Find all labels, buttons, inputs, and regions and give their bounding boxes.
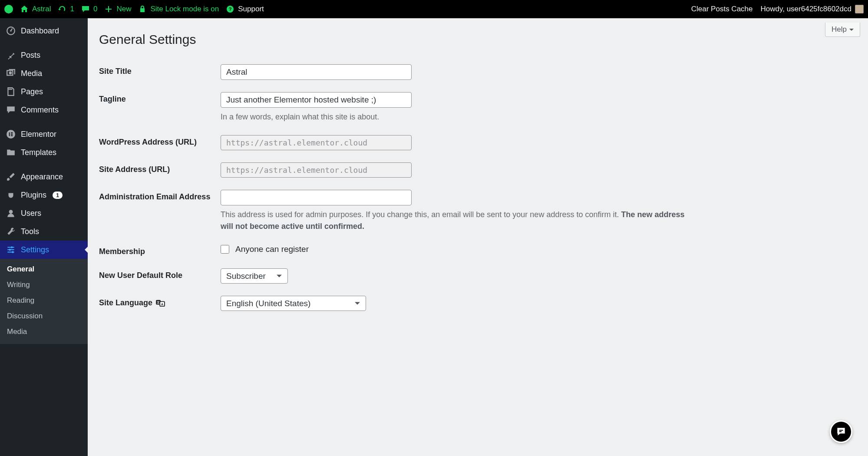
svg-rect-7 <box>9 132 10 136</box>
submenu-item-reading[interactable]: Reading <box>0 293 88 308</box>
comment-icon <box>81 5 90 13</box>
comments-icon <box>6 105 16 115</box>
updates-link[interactable]: 1 <box>58 5 74 13</box>
updates-count: 1 <box>70 5 74 13</box>
content-area: Help General Settings Site Title Tagline… <box>88 18 868 456</box>
sidebar-item-media[interactable]: Media <box>0 64 88 83</box>
settings-submenu: General Writing Reading Discussion Media <box>0 259 88 344</box>
support-link[interactable]: ? Support <box>226 5 264 13</box>
brush-icon <box>6 172 16 182</box>
submenu-item-media[interactable]: Media <box>0 324 88 340</box>
support-label: Support <box>238 5 264 13</box>
sidebar-item-users[interactable]: Users <box>0 204 88 222</box>
folder-icon <box>6 148 16 157</box>
svg-rect-8 <box>11 132 13 133</box>
sidebar-label: Elementor <box>21 130 56 139</box>
sidebar-item-comments[interactable]: Comments <box>0 101 88 119</box>
svg-rect-9 <box>11 134 13 135</box>
svg-point-12 <box>11 246 13 248</box>
sidebar-item-plugins[interactable]: Plugins 1 <box>0 186 88 204</box>
howdy-text: Howdy, user6425fc8602dcd <box>761 5 852 13</box>
membership-checkbox-label: Anyone can register <box>235 245 309 254</box>
sidebar-label: Media <box>21 69 42 78</box>
help-tab[interactable]: Help <box>825 23 860 37</box>
new-content-label: New <box>116 5 131 13</box>
sitelock-link[interactable]: Site Lock mode is on <box>138 5 219 13</box>
plus-icon <box>104 5 113 13</box>
sidebar-item-templates[interactable]: Templates <box>0 143 88 162</box>
svg-point-14 <box>12 251 13 253</box>
comments-link[interactable]: 0 <box>81 5 97 13</box>
submenu-item-writing[interactable]: Writing <box>0 277 88 293</box>
chevron-down-icon <box>849 29 854 33</box>
site-title-input[interactable] <box>221 64 412 80</box>
siteurl-input <box>221 162 412 178</box>
tagline-label: Tagline <box>99 92 221 104</box>
admin-email-label: Administration Email Address <box>99 190 221 202</box>
svg-point-5 <box>9 72 12 75</box>
svg-point-11 <box>9 210 13 214</box>
site-title-label: Site Title <box>99 64 221 76</box>
elementor-icon <box>6 129 16 139</box>
sidebar-item-pages[interactable]: Pages <box>0 83 88 101</box>
sidebar-label: Users <box>21 209 41 218</box>
pages-icon <box>6 87 16 96</box>
sidebar-label: Comments <box>21 106 59 115</box>
sidebar-item-settings[interactable]: Settings <box>0 241 88 259</box>
sidebar-label: Settings <box>21 245 49 254</box>
refresh-icon <box>58 5 66 13</box>
sidebar-item-elementor[interactable]: Elementor <box>0 125 88 143</box>
clear-cache-label: Clear Posts Cache <box>691 5 753 13</box>
plug-icon <box>6 190 16 200</box>
sidebar-label: Plugins <box>21 191 46 200</box>
language-select[interactable]: English (United States) <box>221 296 366 311</box>
admin-email-description: This address is used for admin purposes.… <box>221 209 698 232</box>
submenu-item-discussion[interactable]: Discussion <box>0 308 88 324</box>
sitelock-label: Site Lock mode is on <box>150 5 219 13</box>
lock-icon <box>138 5 147 13</box>
svg-text:文: 文 <box>156 300 160 304</box>
svg-text:?: ? <box>229 7 232 12</box>
admin-email-input[interactable] <box>221 190 412 205</box>
wp-logo[interactable] <box>4 5 13 13</box>
sidebar-label: Templates <box>21 148 56 157</box>
svg-rect-10 <box>11 135 13 136</box>
svg-point-4 <box>10 30 11 31</box>
siteurl-label: Site Address (URL) <box>99 162 221 174</box>
user-avatar-icon <box>855 5 864 13</box>
home-icon <box>20 5 29 13</box>
sidebar-item-appearance[interactable]: Appearance <box>0 168 88 186</box>
sidebar-item-tools[interactable]: Tools <box>0 222 88 241</box>
site-name-link[interactable]: Astral <box>20 5 51 13</box>
sidebar-label: Tools <box>21 227 39 236</box>
language-label: Site Language 文A <box>99 296 221 307</box>
sidebar-label: Dashboard <box>21 26 59 36</box>
plugins-badge: 1 <box>53 192 63 199</box>
site-name-text: Astral <box>32 5 51 13</box>
submenu-item-general[interactable]: General <box>0 261 88 277</box>
comments-count: 0 <box>93 5 97 13</box>
help-icon: ? <box>226 5 234 13</box>
clear-cache-link[interactable]: Clear Posts Cache <box>691 5 753 13</box>
admin-sidebar: Dashboard Posts Media Pages Comments Ele… <box>0 18 88 456</box>
media-icon <box>6 69 16 78</box>
user-icon <box>6 208 16 218</box>
wpurl-input <box>221 135 412 150</box>
howdy-link[interactable]: Howdy, user6425fc8602dcd <box>761 5 864 13</box>
page-title: General Settings <box>99 32 857 47</box>
pin-icon <box>6 50 16 60</box>
sidebar-item-dashboard[interactable]: Dashboard <box>0 22 88 40</box>
wordpress-icon <box>4 5 13 13</box>
chat-button[interactable] <box>830 420 852 443</box>
svg-text:A: A <box>161 302 163 306</box>
wpurl-label: WordPress Address (URL) <box>99 135 221 147</box>
admin-toolbar: Astral 1 0 New Site Lock mode is on ? Su… <box>0 0 868 18</box>
membership-checkbox[interactable] <box>221 245 229 254</box>
new-content-link[interactable]: New <box>104 5 131 13</box>
sidebar-item-posts[interactable]: Posts <box>0 46 88 64</box>
translate-icon: 文A <box>156 299 165 307</box>
tagline-input[interactable] <box>221 92 412 108</box>
default-role-select[interactable]: Subscriber <box>221 268 288 284</box>
sidebar-label: Pages <box>21 87 43 96</box>
svg-point-13 <box>9 249 11 251</box>
